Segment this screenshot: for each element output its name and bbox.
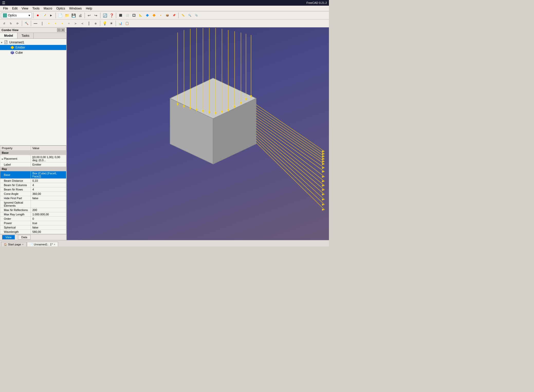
scene-container	[67, 27, 329, 240]
prop-row[interactable]: Hide First Partfalse	[0, 196, 66, 200]
toolbar-btn-undo[interactable]: ↩	[86, 12, 92, 18]
tree-item-cube[interactable]: Cube	[0, 50, 66, 55]
toolbar-btn-r4[interactable]: 🔨	[23, 20, 30, 26]
toolbar-btn-r12[interactable]: ≺	[79, 20, 85, 26]
tab-start-page-close[interactable]: ×	[22, 243, 24, 246]
tree-label-emitter: Emitter	[15, 46, 25, 49]
toolbar-btn-r13[interactable]: |	[86, 20, 92, 26]
tab-model[interactable]: Model	[0, 33, 17, 39]
viewport[interactable]	[67, 27, 329, 240]
view-tab-view[interactable]: View	[2, 235, 15, 240]
prop-row[interactable]: Sphericalfalse	[0, 225, 66, 230]
toolbar-btn-whatsthis[interactable]: ❓	[108, 12, 115, 18]
prop-group-ray: Ray	[0, 167, 66, 171]
prop-value: 0	[31, 217, 66, 221]
prop-label: Label	[4, 163, 11, 166]
prop-row[interactable]: Order0	[0, 217, 66, 221]
prop-row[interactable]: Beam Nr Columns4	[0, 183, 66, 187]
toolbar-btn-print[interactable]: 🖨	[77, 12, 83, 18]
prop-row[interactable]: LabelEmitter	[0, 162, 66, 167]
workbench-selector[interactable]: Optics ▾	[1, 13, 32, 18]
toolbar-btn-snap[interactable]: 📎	[193, 12, 199, 18]
prop-label: Ignored Optical Elements	[4, 201, 23, 207]
toolbar-btn-record[interactable]: ⏺	[35, 12, 41, 18]
prop-row[interactable]: Wavelength580,00	[0, 230, 66, 234]
toolbar-btn-r6[interactable]: |	[39, 20, 45, 26]
combo-view-header-btns: □ ×	[57, 28, 65, 32]
toolbar-btn-r1[interactable]: ↺	[1, 20, 7, 26]
menu-edit[interactable]: Edit	[10, 6, 20, 11]
menu-macro[interactable]: Macro	[42, 6, 54, 11]
toolbar-btn-select[interactable]: 🔍	[187, 12, 193, 18]
toolbar-btn-r5[interactable]: —	[32, 20, 39, 26]
toolbar-btn-view9[interactable]: 📌	[171, 12, 177, 18]
view-tab-data[interactable]: Data	[18, 235, 31, 240]
prop-row[interactable]: Beam Nr Rows4	[0, 187, 66, 192]
menu-optics[interactable]: Optics	[54, 6, 67, 11]
tree-icon-document	[4, 40, 8, 44]
tree-icon-emitter	[10, 45, 14, 50]
toolbar-btn-chart[interactable]: 📊	[117, 20, 123, 26]
combo-view-close[interactable]: ×	[61, 28, 65, 32]
bottom-tabs: 🏠 Start page × 📄 Unnamed1 : 1* ×	[0, 240, 329, 246]
toolbar-btn-macro[interactable]: 📝	[41, 12, 48, 18]
tab-tasks[interactable]: Tasks	[17, 33, 34, 39]
toolbar-btn-measure[interactable]: 📏	[180, 12, 186, 18]
menu-help[interactable]: Help	[84, 6, 94, 11]
toolbar-btn-light2[interactable]: ☀	[108, 20, 114, 26]
tab-start-page[interactable]: 🏠 Start page ×	[1, 242, 26, 246]
prop-row[interactable]: Max Nr Reflections200	[0, 208, 66, 212]
toolbar-btn-new[interactable]: 📄	[57, 12, 63, 18]
toolbar-btn-r11[interactable]: ≻	[72, 20, 79, 26]
prop-expand-arrow[interactable]: ▶	[2, 158, 3, 160]
toolbar-btn-r3[interactable]: ⟳	[14, 20, 21, 26]
menu-file[interactable]: File	[1, 6, 10, 11]
toolbar-btn-view8[interactable]: 📦	[164, 12, 170, 18]
toolbar-btn-macro2[interactable]: ▶	[48, 12, 54, 18]
svg-line-40	[256, 132, 325, 190]
tab-unnamed1-close[interactable]: ×	[54, 243, 55, 246]
toolbar-btn-r9[interactable]: ✦	[59, 20, 65, 26]
prop-row[interactable]: Ignored Optical Elements	[0, 200, 66, 208]
toolbar-btn-light1[interactable]: 💡	[102, 20, 108, 26]
toolbar-btn-view2[interactable]: ⬜	[124, 12, 130, 18]
prop-row[interactable]: Cone Angle360,00	[0, 192, 66, 196]
app-title: FreeCAD 0.21.2	[307, 1, 327, 4]
toolbar-btn-view6[interactable]: 🔶	[151, 12, 157, 18]
toolbar-btn-r8[interactable]: ✦	[52, 20, 59, 26]
toolbar-btn-refresh[interactable]: 🔄	[102, 12, 108, 18]
toolbar-btn-r7[interactable]: ✦	[46, 20, 52, 26]
combo-view-header: Combo View □ ×	[0, 27, 66, 33]
svg-marker-53	[322, 176, 325, 178]
svg-marker-57	[322, 194, 325, 196]
menu-windows[interactable]: Windows	[67, 6, 84, 11]
prop-row[interactable]: BaseBox (Cube) [Face6, Face2]	[0, 171, 66, 179]
toolbar-btn-view3[interactable]: 🔲	[131, 12, 137, 18]
toolbar-btn-redo[interactable]: ↪	[93, 12, 99, 18]
toolbar-btn-r10[interactable]: ✧	[66, 20, 72, 26]
prop-row[interactable]: ▶Placement[(0,00 0,00 1,00); 0,00 deg; (…	[0, 155, 66, 162]
app-menu-icon[interactable]: ☰	[2, 1, 5, 5]
toolbar-btn-log[interactable]: 📋	[124, 20, 130, 26]
prop-label: Power	[4, 222, 12, 225]
prop-row[interactable]: Powertrue	[0, 221, 66, 225]
toolbar-btn-r2[interactable]: ↻	[8, 20, 14, 26]
prop-value: false	[31, 225, 66, 230]
menu-view[interactable]: View	[20, 6, 30, 11]
tab-unnamed1[interactable]: 📄 Unnamed1 : 1* ×	[27, 242, 58, 246]
toolbar-btn-open[interactable]: 📁	[64, 12, 70, 18]
toolbar-btn-view1[interactable]: ⬛	[117, 12, 124, 18]
toolbar-btn-view7[interactable]: 🔸	[158, 12, 164, 18]
prop-value	[31, 200, 66, 208]
toolbar-btn-view5[interactable]: 🔷	[144, 12, 150, 18]
tree-item-emitter[interactable]: Emitter	[0, 45, 66, 50]
toolbar-btn-save[interactable]: 💾	[70, 12, 77, 18]
left-panel: Combo View □ × Model Tasks ▾	[0, 27, 67, 240]
combo-view-pin[interactable]: □	[57, 28, 61, 32]
toolbar-btn-view4[interactable]: 📐	[137, 12, 144, 18]
prop-row[interactable]: Beam Distance0,10	[0, 179, 66, 183]
tree-item-unnamed1[interactable]: ▾ Unnamed1	[0, 40, 66, 45]
menu-tools[interactable]: Tools	[30, 6, 42, 11]
prop-row[interactable]: Max Ray Length1.000.000,00	[0, 212, 66, 217]
toolbar-btn-r14[interactable]: ⊕	[93, 20, 99, 26]
